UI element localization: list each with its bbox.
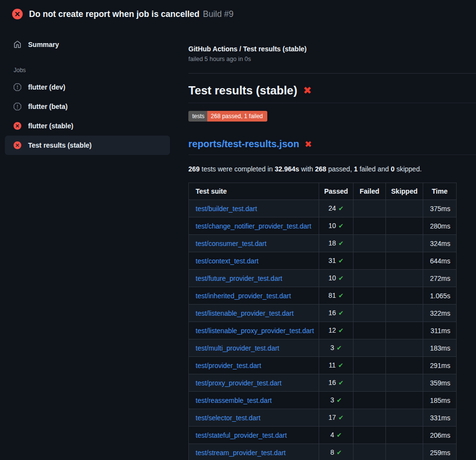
passed-cell: 18✔ xyxy=(319,235,353,252)
suite-link[interactable]: test/reassemble_test.dart xyxy=(196,397,272,404)
suite-link[interactable]: test/proxy_provider_test.dart xyxy=(196,379,281,387)
skipped-cell xyxy=(386,217,423,235)
suite-cell: test/reassemble_test.dart xyxy=(189,392,319,409)
check-icon: ✔ xyxy=(338,414,344,421)
check-icon: ✔ xyxy=(338,292,344,299)
jobs-list: flutter (dev)flutter (beta)flutter (stab… xyxy=(0,77,188,155)
suite-link[interactable]: test/listenable_provider_test.dart xyxy=(196,309,293,317)
summary-segment: 0 xyxy=(391,165,395,173)
failed-cell xyxy=(353,409,386,427)
skipped-cell xyxy=(386,392,423,409)
suite-cell: test/listenable_provider_test.dart xyxy=(189,305,319,322)
suite-link[interactable]: test/context_test.dart xyxy=(196,257,259,265)
failed-cell xyxy=(353,339,386,357)
summary-segment: skipped. xyxy=(395,165,422,173)
time-cell: 311ms xyxy=(423,322,457,339)
suite-link[interactable]: test/builder_test.dart xyxy=(196,205,257,213)
job-status-line: failed 5 hours ago in 0s xyxy=(188,56,476,62)
passed-cell: 16✔ xyxy=(319,374,353,392)
suite-cell: test/inherited_provider_test.dart xyxy=(189,287,319,305)
sidebar-item-test-results-stable[interactable]: Test results (stable) xyxy=(5,136,170,155)
check-icon: ✔ xyxy=(338,379,344,386)
sidebar-item-label: flutter (beta) xyxy=(28,103,68,110)
check-icon: ✔ xyxy=(338,257,344,264)
report-title: reports/test-results.json ✖ xyxy=(188,138,476,155)
sidebar: Summary Jobs flutter (dev)flutter (beta)… xyxy=(0,27,188,155)
passed-cell: 10✔ xyxy=(319,217,353,235)
time-cell: 331ms xyxy=(423,409,457,427)
suite-cell: test/provider_test.dart xyxy=(189,357,319,374)
sidebar-item-flutter-dev[interactable]: flutter (dev) xyxy=(5,77,170,97)
passed-cell: 12✔ xyxy=(319,322,353,339)
table-row: test/inherited_provider_test.dart81✔1.06… xyxy=(189,287,457,305)
passed-cell: 8✔ xyxy=(319,444,353,460)
stop-icon xyxy=(14,103,21,110)
sidebar-item-label: flutter (stable) xyxy=(28,122,73,130)
badge-value: 268 passed, 1 failed xyxy=(207,111,267,122)
test-summary-line: 269 tests were completed in 32.964s with… xyxy=(188,165,476,173)
check-icon: ✔ xyxy=(338,222,344,230)
check-icon: ✔ xyxy=(337,397,342,404)
jobs-section-label: Jobs xyxy=(14,67,188,74)
summary-segment: passed, xyxy=(326,165,354,173)
failed-cell xyxy=(353,427,386,444)
failed-cell xyxy=(353,305,386,322)
table-row: test/stateful_provider_test.dart4✔206ms xyxy=(189,427,457,444)
passed-cell: 10✔ xyxy=(319,270,353,287)
suite-link[interactable]: test/future_provider_test.dart xyxy=(196,275,282,282)
suite-link[interactable]: test/inherited_provider_test.dart xyxy=(196,292,291,300)
breadcrumb: GitHub Actions / Test results (stable) xyxy=(188,45,476,53)
x-circle-icon xyxy=(12,9,23,19)
failed-cell xyxy=(353,357,386,374)
suite-link[interactable]: test/listenable_proxy_provider_test.dart xyxy=(196,327,314,335)
suite-link[interactable]: test/stateful_provider_test.dart xyxy=(196,431,287,439)
sidebar-item-flutter-stable[interactable]: flutter (stable) xyxy=(5,116,170,136)
failed-cell xyxy=(353,252,386,270)
check-icon: ✔ xyxy=(338,240,344,247)
table-row: test/context_test.dart31✔644ms xyxy=(189,252,457,270)
failed-cell xyxy=(353,235,386,252)
suite-link[interactable]: test/stream_provider_test.dart xyxy=(196,449,286,457)
build-header: Do not create report when job is cancell… xyxy=(0,0,476,27)
table-row: test/consumer_test.dart18✔324ms xyxy=(189,235,457,252)
skipped-cell xyxy=(386,322,423,339)
skipped-cell xyxy=(386,270,423,287)
suite-link[interactable]: test/selector_test.dart xyxy=(196,414,261,422)
time-cell: 359ms xyxy=(423,374,457,392)
sidebar-item-flutter-beta[interactable]: flutter (beta) xyxy=(5,97,170,116)
check-icon: ✔ xyxy=(338,362,343,369)
skipped-cell xyxy=(386,200,423,217)
check-icon: ✔ xyxy=(337,431,342,439)
check-icon: ✔ xyxy=(337,344,342,352)
x-circle-icon xyxy=(14,141,21,149)
table-row: test/selector_test.dart17✔331ms xyxy=(189,409,457,427)
suite-link[interactable]: test/consumer_test.dart xyxy=(196,240,266,247)
skipped-cell xyxy=(386,287,423,305)
time-cell: 322ms xyxy=(423,305,457,322)
summary-segment: tests were completed in xyxy=(200,165,275,173)
failed-x-icon: ✖ xyxy=(305,138,312,150)
table-row: test/listenable_provider_test.dart16✔322… xyxy=(189,305,457,322)
failed-cell xyxy=(353,200,386,217)
table-row: test/change_notifier_provider_test.dart1… xyxy=(189,217,457,235)
suite-cell: test/change_notifier_provider_test.dart xyxy=(189,217,319,235)
table-row: test/multi_provider_test.dart3✔183ms xyxy=(189,339,457,357)
suite-link[interactable]: test/provider_test.dart xyxy=(196,362,261,369)
passed-cell: 3✔ xyxy=(319,392,353,409)
section-title: Test results (stable) ✖ xyxy=(188,83,476,103)
failed-cell xyxy=(353,374,386,392)
suite-link[interactable]: test/multi_provider_test.dart xyxy=(196,344,279,352)
time-cell: 185ms xyxy=(423,392,457,409)
report-file-link[interactable]: reports/test-results.json xyxy=(188,138,299,150)
suite-cell: test/proxy_provider_test.dart xyxy=(189,374,319,392)
tests-badge: tests 268 passed, 1 failed xyxy=(188,111,267,122)
failed-cell xyxy=(353,322,386,339)
suite-link[interactable]: test/change_notifier_provider_test.dart xyxy=(196,222,311,230)
suite-cell: test/future_provider_test.dart xyxy=(189,270,319,287)
failed-cell xyxy=(353,444,386,460)
suite-cell: test/context_test.dart xyxy=(189,252,319,270)
passed-cell: 16✔ xyxy=(319,305,353,322)
sidebar-item-summary[interactable]: Summary xyxy=(5,35,170,54)
table-row: test/provider_test.dart11✔291ms xyxy=(189,357,457,374)
passed-cell: 4✔ xyxy=(319,427,353,444)
